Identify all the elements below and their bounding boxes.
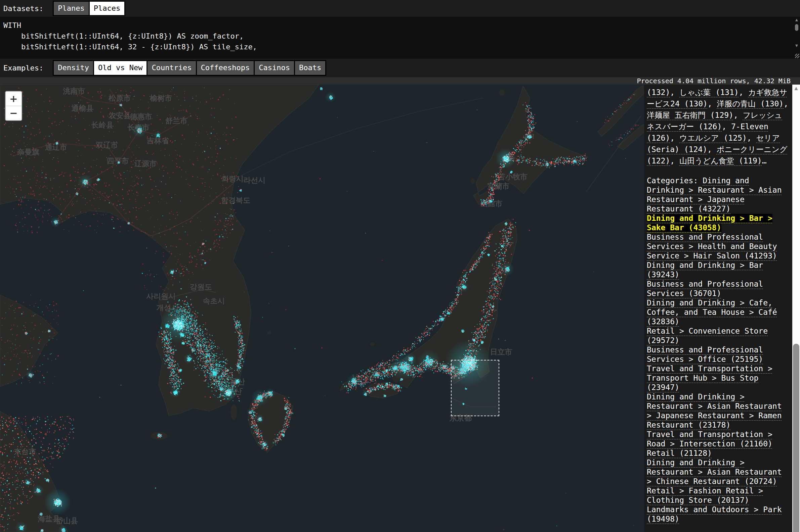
editor-resize-grip[interactable] [795, 54, 799, 58]
status-bar: Processed 4.04 million rows, 42.32 MiB [0, 77, 800, 84]
brand-link[interactable]: 洋麺屋 五右衛門 (129) [647, 111, 733, 119]
examples-label: Examples: [3, 64, 43, 72]
sidebar-scroll-thumb[interactable] [793, 344, 799, 532]
brand-link[interactable]: 洋服の青山 (130) [717, 99, 784, 108]
example-button-casinos[interactable]: Casinos [254, 60, 295, 76]
category-link[interactable]: Dining and Drinking > Cafe, Coffee, and … [647, 298, 777, 326]
category-link[interactable]: Travel and Transportation > Road > Inter… [647, 430, 772, 448]
category-link[interactable]: Business and Professional Services > Hea… [647, 233, 777, 260]
sidebar-scrollbar[interactable]: ▲ [792, 84, 800, 532]
brand-link[interactable]: ウエルシア (125) [679, 134, 747, 142]
category-link[interactable]: Business and Professional Services > Off… [647, 345, 763, 363]
categories-label: Categories: [647, 176, 703, 185]
scroll-up-icon[interactable]: ▲ [792, 84, 800, 92]
results-panel: (132), しゃぶ葉 (131), カギ救急サービス24 (130), 洋服の… [644, 84, 792, 532]
example-button-countries[interactable]: Countries [146, 60, 197, 76]
category-link[interactable]: Dining and Drinking > Restaurant > Asian… [647, 392, 782, 429]
dataset-button-places[interactable]: Places [89, 1, 125, 16]
zoom-out-button[interactable]: − [6, 106, 21, 120]
example-button-density[interactable]: Density [53, 60, 94, 76]
category-link-highlighted[interactable]: Dining and Drinking > Bar > Sake Bar (43… [647, 214, 772, 232]
category-link[interactable]: Dining and Drinking > Restaurant > Asian… [647, 458, 782, 486]
editor-scroll-thumb[interactable] [795, 24, 798, 31]
editor-scrollbar[interactable]: ▲ ▼ [793, 17, 800, 59]
category-link[interactable]: Dining and Drinking > Bar (39243) [647, 261, 763, 279]
map-zoom-control: + − [5, 91, 22, 121]
category-link[interactable]: Retail > Fashion Retail > Clothing Store… [647, 486, 763, 505]
map-canvas[interactable] [0, 84, 644, 532]
example-button-coffeeshops[interactable]: Coffeeshops [196, 60, 255, 76]
example-buttons: DensityOld vs NewCountriesCoffeeshopsCas… [53, 60, 326, 76]
category-link[interactable]: Retail > Convenience Store (29572) [647, 327, 768, 345]
app-window: Datasets: PlanesPlaces WITH bitShiftLeft… [0, 0, 800, 532]
dataset-button-planes[interactable]: Planes [53, 1, 89, 16]
map[interactable]: + − [0, 84, 644, 532]
category-link[interactable]: Travel and Transportation > Transport Hu… [647, 364, 772, 392]
category-link[interactable]: Landmarks and Outdoors > Park (19498) [647, 505, 782, 523]
category-link[interactable]: Business and Professional Services (3670… [647, 280, 763, 298]
sql-editor[interactable]: WITH bitShiftLeft(1::UInt64, {z:UInt8}) … [0, 17, 800, 59]
category-link[interactable]: Retail (21128) [647, 449, 712, 457]
editor-scroll-up-icon[interactable]: ▲ [793, 17, 800, 23]
brands-list: (132), しゃぶ葉 (131), カギ救急サービス24 (130), 洋服の… [647, 87, 789, 167]
brand-link[interactable]: (132) [647, 88, 670, 97]
categories-list: Categories: Dining and Drinking > Restau… [647, 176, 789, 524]
zoom-in-button[interactable]: + [6, 92, 21, 106]
datasets-bar: Datasets: PlanesPlaces [0, 0, 800, 17]
main-area: + − (132), しゃぶ葉 (131), カギ救急サービス24 (130),… [0, 84, 800, 532]
editor-scroll-down-icon[interactable]: ▼ [793, 43, 800, 49]
brand-link[interactable]: しゃぶ葉 (131) [679, 88, 739, 97]
dataset-buttons: PlanesPlaces [53, 1, 125, 16]
example-button-old-vs-new[interactable]: Old vs New [93, 60, 147, 76]
sql-code[interactable]: WITH bitShiftLeft(1::UInt64, {z:UInt8}) … [0, 17, 800, 52]
example-button-boats[interactable]: Boats [294, 60, 326, 76]
datasets-label: Datasets: [3, 4, 43, 13]
query-stats-text: Processed 4.04 million rows, 42.32 MiB [637, 77, 790, 84]
brand-link[interactable]: 山田うどん食堂 (119) [679, 156, 762, 165]
examples-bar: Examples: DensityOld vs NewCountriesCoff… [0, 59, 800, 77]
